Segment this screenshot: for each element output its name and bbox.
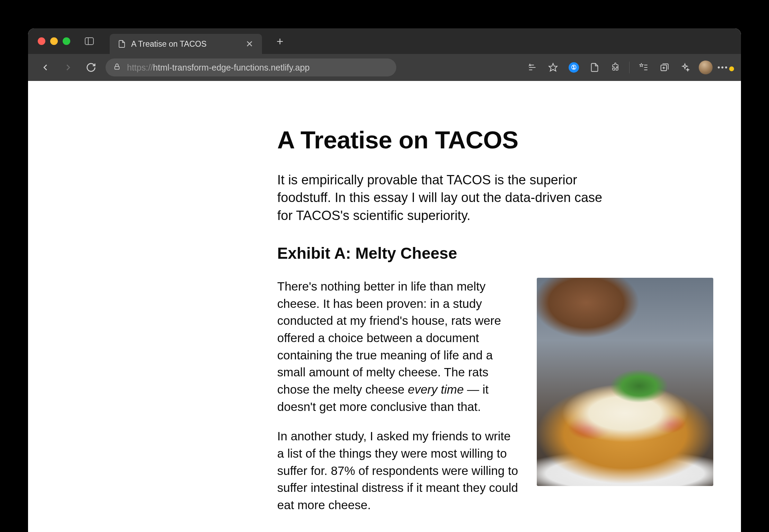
tab-title: A Treatise on TACOS [131, 39, 240, 49]
paragraph-1: There's nothing better in life than melt… [277, 278, 519, 415]
tab-overview-button[interactable] [85, 37, 94, 45]
window-minimize-button[interactable] [50, 37, 58, 45]
favorite-button[interactable] [544, 58, 562, 76]
svg-marker-3 [640, 63, 643, 66]
nachos-photo [537, 278, 713, 486]
lead-paragraph: It is empirically provable that TACOS is… [277, 171, 606, 224]
section-heading: Exhibit A: Melty Cheese [277, 244, 606, 263]
window-close-button[interactable] [38, 37, 45, 45]
browser-toolbar: https://html-transform-edge-functions.ne… [28, 54, 741, 81]
toolbar-actions: A ① ••• [523, 58, 733, 76]
lock-icon [113, 63, 121, 72]
paragraph-2: In another study, I asked my friends to … [277, 428, 519, 513]
extensions-button[interactable] [606, 58, 624, 76]
toolbar-divider [629, 62, 630, 73]
article-content: A Treatise on TACOS It is empirically pr… [163, 126, 606, 526]
address-bar[interactable]: https://html-transform-edge-functions.ne… [106, 58, 396, 76]
exhibit-section: There's nothing better in life than melt… [277, 278, 606, 526]
svg-marker-2 [549, 63, 557, 71]
svg-text:A: A [528, 63, 531, 67]
close-tab-button[interactable]: ✕ [245, 39, 254, 49]
profile-avatar[interactable] [699, 61, 713, 74]
back-button[interactable] [36, 58, 55, 77]
page-action-button[interactable] [586, 58, 604, 76]
page-viewport[interactable]: A Treatise on TACOS It is empirically pr… [28, 81, 741, 532]
more-button[interactable]: ••• [717, 63, 733, 72]
exhibit-text: There's nothing better in life than melt… [277, 278, 519, 526]
reader-mode-button[interactable]: A [523, 58, 541, 76]
page-title: A Treatise on TACOS [277, 126, 606, 154]
browser-window: A Treatise on TACOS ✕ + https://html-tra… [28, 28, 741, 532]
reload-button[interactable] [81, 58, 101, 77]
forward-button[interactable] [58, 58, 78, 77]
collections-button[interactable] [655, 58, 673, 76]
window-maximize-button[interactable] [63, 37, 70, 45]
traffic-lights [38, 37, 70, 45]
browser-tab[interactable]: A Treatise on TACOS ✕ [110, 34, 262, 54]
document-icon [117, 39, 126, 48]
favorites-list-button[interactable] [634, 58, 652, 76]
svg-rect-0 [115, 66, 119, 69]
sparkle-icon[interactable] [676, 58, 694, 76]
url-text: https://html-transform-edge-functions.ne… [127, 63, 310, 73]
window-titlebar: A Treatise on TACOS ✕ + [28, 28, 741, 54]
onepassword-icon[interactable]: ① [565, 58, 583, 76]
notification-badge [729, 66, 734, 71]
new-tab-button[interactable]: + [273, 35, 287, 48]
